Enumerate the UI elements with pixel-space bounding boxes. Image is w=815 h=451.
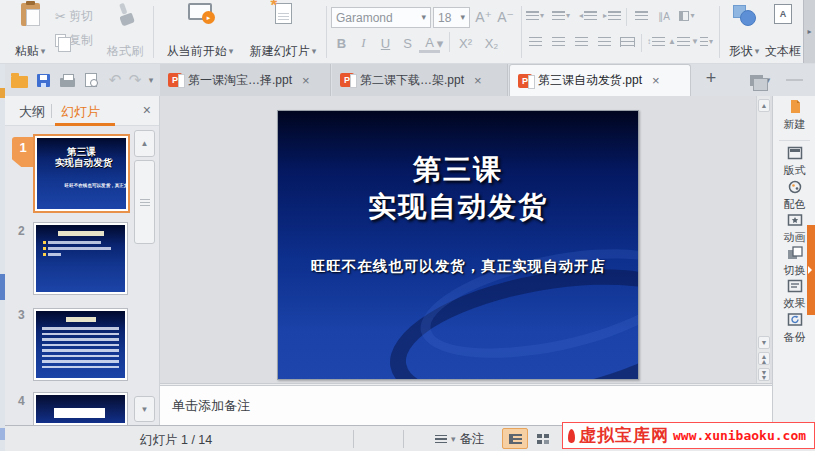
- justify-button[interactable]: [593, 32, 615, 52]
- copy-icon: [55, 34, 66, 47]
- open-file-button[interactable]: [8, 70, 30, 90]
- slide-panel: 大纲 幻灯片 × 1 第三课实现自动发货 旺旺不在线也可以发货，真正实现自动开店…: [5, 96, 160, 425]
- play-from-current-button[interactable]: ▸ 从当前开始▾: [160, 3, 240, 60]
- strikethrough-button[interactable]: S: [397, 32, 418, 54]
- projector-play-icon: ▸: [188, 3, 212, 20]
- undo-button[interactable]: ↶: [104, 70, 126, 90]
- chevron-down-icon: ▾: [229, 47, 234, 56]
- shapes-button[interactable]: 形状▾: [724, 4, 764, 60]
- align-left-button[interactable]: [524, 32, 546, 52]
- bullets-button[interactable]: ▾: [524, 6, 546, 26]
- slide-thumbnail-2[interactable]: [33, 222, 128, 295]
- slide-sorter-view-button[interactable]: [532, 428, 558, 449]
- wrap-text-button[interactable]: [630, 6, 652, 26]
- new-document-tab-button[interactable]: +: [700, 68, 722, 88]
- notes-lines-icon: [435, 435, 447, 444]
- text-direction-button[interactable]: ▾: [676, 6, 698, 26]
- italic-button[interactable]: I: [353, 32, 374, 54]
- redo-icon: ↷: [129, 71, 142, 89]
- thumbnails-scroll-up-button[interactable]: ▲: [134, 130, 155, 157]
- tab-outline[interactable]: 大纲: [19, 103, 45, 121]
- divider: [153, 6, 154, 58]
- decrease-spacing-button[interactable]: ▼▾: [691, 32, 713, 52]
- underline-button[interactable]: U: [375, 32, 396, 54]
- tab-slides[interactable]: 幻灯片: [61, 103, 100, 121]
- vertical-text-button[interactable]: ∥A: [653, 6, 675, 26]
- new-slide-button[interactable]: * 新建幻灯片▾: [242, 3, 324, 60]
- superscript-button[interactable]: X²: [455, 32, 476, 54]
- scroll-up-button[interactable]: ▲: [758, 99, 770, 112]
- print-button[interactable]: [56, 70, 78, 90]
- sidebar-item-backup[interactable]: 备份: [773, 312, 815, 345]
- slide-thumbnail-4[interactable]: [33, 392, 128, 425]
- thumb-text-line: [43, 247, 111, 250]
- sidebar-item-layout[interactable]: 版式: [773, 146, 815, 178]
- thumb-text-line: [43, 253, 61, 256]
- font-size-select[interactable]: 18 ▾: [433, 7, 470, 28]
- editor-scrollbar[interactable]: ▲ ▼ ▲▲ ▼▼: [756, 96, 770, 383]
- paste-button[interactable]: 粘贴▾: [8, 3, 52, 60]
- thumbnails-scroll-down-button[interactable]: ▼: [134, 396, 155, 422]
- previous-slide-button[interactable]: ▲▲: [758, 352, 770, 365]
- close-panel-icon[interactable]: ×: [143, 102, 151, 118]
- thumb-title-placeholder: [66, 317, 96, 322]
- watermark-banner[interactable]: 虚拟宝库网 www.xunibaoku.com: [562, 422, 815, 449]
- slide-canvas[interactable]: 第三课实现自动发货 旺旺不在线也可以发货，真正实现自动开店: [277, 110, 639, 380]
- copy-button[interactable]: 复制: [55, 32, 93, 49]
- normal-view-button[interactable]: [502, 428, 528, 449]
- tab-document-2[interactable]: P 第二课下载…架.ppt ×: [332, 64, 508, 96]
- triangle-up-icon: ▲: [141, 139, 149, 148]
- chevron-down-icon[interactable]: ▾: [435, 32, 445, 54]
- slide-thumbnail-1[interactable]: 第三课实现自动发货 旺旺不在线也可以发货，真正实现自动开店: [33, 134, 130, 213]
- printer-icon: [60, 78, 75, 87]
- tab-document-1[interactable]: P 第一课淘宝…择.ppt ×: [160, 64, 331, 96]
- divider: [641, 34, 642, 52]
- quick-access-more-button[interactable]: ▾: [144, 70, 158, 90]
- chevron-down-icon: ▾: [149, 76, 154, 85]
- next-slide-button[interactable]: ▼▼: [758, 368, 770, 381]
- distribute-text-button[interactable]: [616, 32, 638, 52]
- grow-font-button[interactable]: A⁺: [473, 6, 494, 28]
- slide-title[interactable]: 第三课实现自动发货: [278, 151, 638, 225]
- increase-spacing-button[interactable]: ▲: [668, 32, 690, 52]
- align-center-button[interactable]: [547, 32, 569, 52]
- increase-indent-button[interactable]: ▸: [601, 6, 623, 26]
- subscript-button[interactable]: X₂: [481, 32, 502, 54]
- sidebar-item-color-scheme[interactable]: 配色: [773, 180, 815, 212]
- cut-button[interactable]: ✂ 剪切: [55, 8, 93, 25]
- thumbnail-slide-preview: [36, 225, 125, 292]
- line-spacing-button[interactable]: ↕: [645, 32, 667, 52]
- print-preview-button[interactable]: [80, 70, 102, 90]
- thumb-paragraph-placeholder: [42, 327, 119, 369]
- close-tab-icon[interactable]: ×: [474, 73, 482, 88]
- redo-button[interactable]: ↷: [124, 70, 146, 90]
- textbox-button[interactable]: A 文本框: [762, 4, 804, 60]
- align-right-button[interactable]: [570, 32, 592, 52]
- close-tab-icon[interactable]: ×: [302, 73, 310, 88]
- print-preview-icon: [85, 73, 97, 87]
- thumbnails-scrollbar-thumb[interactable]: [134, 160, 155, 244]
- slide-number-badge: 1: [12, 137, 34, 167]
- scroll-down-button[interactable]: ▼: [758, 336, 770, 349]
- format-painter-button[interactable]: 格式刷: [102, 3, 148, 60]
- switch-window-button[interactable]: ▾: [746, 70, 774, 90]
- bold-button[interactable]: B: [331, 32, 352, 54]
- tab-document-3-active[interactable]: P 第三课自动发货.ppt ×: [509, 64, 691, 96]
- notes-input[interactable]: 单击添加备注: [160, 386, 772, 425]
- notes-toggle-button[interactable]: ▾ 备注: [435, 431, 485, 448]
- close-tab-icon[interactable]: ×: [652, 73, 660, 88]
- sidebar-item-new[interactable]: 新建: [773, 99, 815, 132]
- windows-icon: [750, 75, 763, 86]
- ribbon-expand-handle[interactable]: ▸: [803, 0, 815, 63]
- vertical-text-icon: ∥A: [658, 11, 670, 22]
- save-button[interactable]: [32, 70, 54, 90]
- decrease-indent-button[interactable]: ◂: [577, 6, 599, 26]
- slide-subtitle[interactable]: 旺旺不在线也可以发货，真正实现自动开店: [278, 257, 638, 276]
- font-family-select[interactable]: Garamond ▾: [331, 7, 431, 28]
- numbering-button[interactable]: ▾: [550, 6, 572, 26]
- new-document-icon: [787, 99, 803, 114]
- shrink-font-button[interactable]: A⁻: [495, 6, 516, 28]
- slide-number: 4: [18, 394, 25, 408]
- slide-thumbnail-3[interactable]: [33, 308, 128, 381]
- task-pane-flyout-handle[interactable]: [807, 225, 815, 315]
